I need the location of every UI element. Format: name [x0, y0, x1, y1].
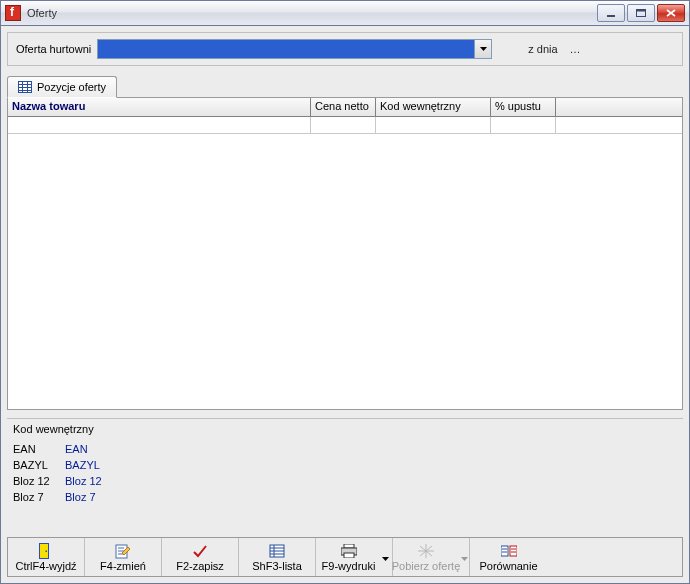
chevron-down-icon [461, 557, 468, 561]
col-header-price[interactable]: Cena netto [311, 98, 376, 116]
compare-button[interactable]: Porównanie [470, 538, 547, 576]
svg-rect-34 [501, 546, 508, 556]
minimize-button[interactable] [597, 4, 625, 22]
change-label: F4-zmień [100, 560, 146, 572]
print-button[interactable]: F9-wydruki [316, 538, 393, 576]
printer-icon [341, 543, 357, 559]
maximize-icon [636, 9, 646, 17]
svg-marker-33 [461, 557, 468, 561]
list-icon [269, 543, 285, 559]
grid-icon [18, 81, 32, 93]
fetch-dropdown [461, 551, 468, 563]
date-label: z dnia [528, 43, 557, 55]
close-button[interactable] [657, 4, 685, 22]
svg-rect-35 [510, 546, 517, 556]
close-icon [666, 9, 676, 17]
tab-positions[interactable]: Pozycje oferty [7, 76, 117, 98]
tab-strip: Pozycje oferty [7, 76, 683, 98]
chevron-down-icon [382, 557, 389, 561]
change-button[interactable]: F4-zmień [85, 538, 162, 576]
fetch-label: Pobierz ofertę [392, 560, 460, 572]
action-bar: CtrlF4-wyjdź F4-zmień F2-zapisz ShF3-lis… [7, 537, 683, 577]
offer-grid[interactable]: Nazwa towaru Cena netto Kod wewnętrzny %… [7, 98, 683, 410]
window-buttons [597, 4, 685, 22]
code-link-bloz12[interactable]: Bloz 12 [65, 475, 102, 487]
code-row-bloz7: Bloz 7 Bloz 7 [13, 489, 677, 505]
edit-card-icon [115, 543, 131, 559]
minimize-icon [606, 9, 616, 17]
door-icon [39, 543, 53, 559]
maximize-button[interactable] [627, 4, 655, 22]
code-link-bloz7[interactable]: Bloz 7 [65, 491, 96, 503]
cell [376, 117, 491, 133]
filter-bar: Oferta hurtowni z dnia … [7, 32, 683, 66]
grid-header: Nazwa towaru Cena netto Kod wewnętrzny %… [8, 98, 682, 117]
code-label: EAN [13, 443, 65, 455]
cell [311, 117, 376, 133]
save-label: F2-zapisz [176, 560, 224, 572]
code-link-ean[interactable]: EAN [65, 443, 88, 455]
cell [8, 117, 311, 133]
save-button[interactable]: F2-zapisz [162, 538, 239, 576]
col-header-discount[interactable]: % upustu [491, 98, 556, 116]
svg-rect-14 [46, 550, 48, 552]
offer-label: Oferta hurtowni [16, 43, 91, 55]
window-title: Oferty [27, 7, 597, 19]
code-label: Bloz 12 [13, 475, 65, 487]
code-row-ean: EAN EAN [13, 441, 677, 457]
internal-code-panel: Kod wewnętrzny EAN EAN BAZYL BAZYL Bloz … [7, 418, 683, 537]
svg-rect-25 [344, 544, 354, 548]
title-bar: Oferty [0, 0, 690, 26]
table-row[interactable] [8, 117, 682, 134]
list-button[interactable]: ShF3-lista [239, 538, 316, 576]
code-row-bazyl: BAZYL BAZYL [13, 457, 677, 473]
app-icon [5, 5, 21, 21]
check-icon [192, 543, 208, 559]
wholesaler-combo[interactable] [97, 39, 492, 59]
exit-button[interactable]: CtrlF4-wyjdź [8, 538, 85, 576]
exit-label: CtrlF4-wyjdź [15, 560, 76, 572]
wholesaler-combo-value [98, 40, 474, 58]
print-dropdown[interactable] [382, 551, 390, 563]
tab-positions-label: Pozycje oferty [37, 81, 106, 93]
code-label: Bloz 7 [13, 491, 65, 503]
fetch-offer-button: Pobierz ofertę [393, 538, 470, 576]
code-row-bloz12: Bloz 12 Bloz 12 [13, 473, 677, 489]
col-header-name[interactable]: Nazwa towaru [8, 98, 311, 116]
svg-rect-27 [344, 553, 354, 558]
burst-icon [418, 543, 434, 559]
internal-code-title: Kod wewnętrzny [13, 423, 677, 435]
svg-marker-5 [480, 47, 487, 51]
code-label: BAZYL [13, 459, 65, 471]
wholesaler-combo-button[interactable] [474, 40, 491, 58]
list-label: ShF3-lista [252, 560, 302, 572]
cell [491, 117, 556, 133]
compare-label: Porównanie [479, 560, 537, 572]
code-link-bazyl[interactable]: BAZYL [65, 459, 100, 471]
compare-icon [501, 543, 517, 559]
print-label: F9-wydruki [322, 560, 376, 572]
chevron-down-icon [480, 47, 487, 51]
col-header-code[interactable]: Kod wewnętrzny [376, 98, 491, 116]
svg-rect-0 [607, 15, 615, 17]
svg-rect-2 [637, 10, 646, 12]
date-value[interactable]: … [570, 43, 581, 55]
svg-marker-28 [382, 557, 389, 561]
